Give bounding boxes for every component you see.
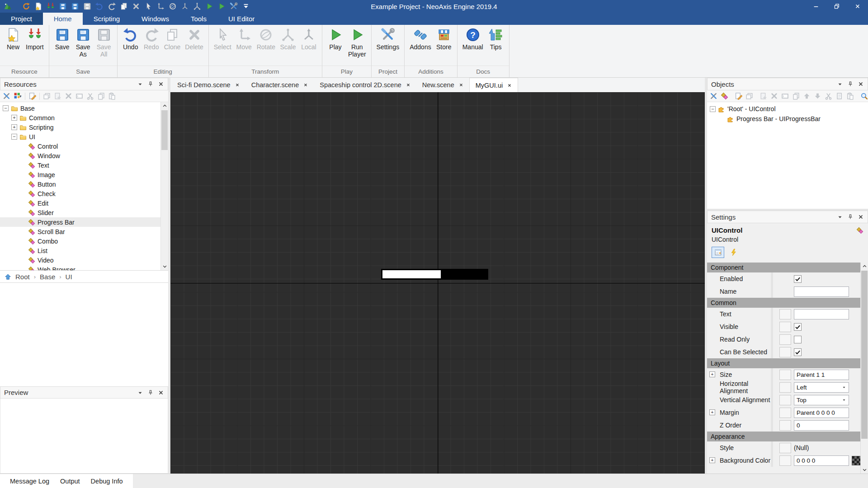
properties-tab[interactable]	[712, 247, 724, 258]
property-default-button[interactable]	[779, 382, 791, 393]
can-be-selected-checkbox[interactable]	[794, 348, 802, 356]
objects-pages-button[interactable]	[792, 92, 800, 100]
panel-menu-icon[interactable]	[137, 81, 143, 87]
tree-item-window[interactable]: Window	[0, 151, 168, 160]
app-logo-button[interactable]	[4, 2, 12, 10]
pin-icon[interactable]	[147, 81, 154, 87]
settings-button[interactable]: Settings	[374, 27, 402, 58]
addons-button[interactable]: Addons	[407, 27, 433, 58]
bottom-tab-debug-info[interactable]: Debug Info	[85, 474, 128, 488]
vertical-alignment-dropdown[interactable]: Top	[794, 395, 849, 405]
property-expander[interactable]: +	[709, 409, 715, 415]
tree-expander[interactable]: −	[3, 105, 9, 111]
close-icon[interactable]	[158, 81, 164, 87]
document-tab-character-scene[interactable]: Character.scene	[245, 78, 314, 92]
tree-item-combo[interactable]: Combo	[0, 236, 168, 246]
objects-ui-item-button[interactable]	[721, 92, 728, 100]
property-default-button[interactable]	[779, 395, 791, 405]
property-default-button[interactable]	[779, 370, 791, 380]
tree-item-web-browser[interactable]: Web Browser	[0, 265, 168, 270]
tree-item-scroll-bar[interactable]: Scroll Bar	[0, 227, 168, 236]
objects-window-icon-button[interactable]	[745, 92, 753, 100]
minimize-button[interactable]	[806, 0, 826, 13]
object-item-root-uicontrol[interactable]: −'Root' - UIControl	[707, 104, 868, 114]
property-default-button[interactable]	[779, 455, 791, 466]
floppy-button[interactable]	[71, 2, 79, 10]
save-as-button[interactable]: Save As	[73, 27, 94, 58]
enabled-checkbox[interactable]	[794, 275, 802, 283]
import-button[interactable]: Import	[24, 27, 46, 58]
objects-wrench-s-button[interactable]	[710, 92, 717, 100]
pin-icon[interactable]	[147, 389, 154, 396]
menu-tab-home[interactable]: Home	[43, 13, 83, 25]
tree-item-text[interactable]: Text	[0, 160, 168, 170]
tips-button[interactable]: Tips	[486, 27, 506, 58]
resources-edit-page-button[interactable]	[28, 92, 36, 100]
resources-page-star-button[interactable]	[54, 92, 61, 100]
objects-edit-page-button[interactable]	[735, 92, 742, 100]
tree-item-progress-bar[interactable]: Progress Bar	[0, 217, 168, 227]
document-tab-sci-fi-demo-scene[interactable]: Sci-fi Demo.scene	[171, 78, 245, 92]
undo-button[interactable]: Undo	[120, 27, 141, 58]
object-item-progress-bar-uiprogressbar[interactable]: Progress Bar - UIProgressBar	[707, 114, 868, 124]
visible-checkbox[interactable]	[794, 323, 802, 331]
resources-pages-button[interactable]	[97, 92, 105, 100]
objects-scissors-button[interactable]	[825, 92, 832, 100]
breadcrumb-item-base[interactable]: Base	[40, 273, 55, 281]
read-only-checkbox[interactable]	[794, 336, 802, 343]
close-icon[interactable]	[858, 214, 864, 220]
manual-button[interactable]: ?Manual	[460, 27, 486, 58]
caret-down-button[interactable]	[242, 2, 250, 10]
scroll-down-button[interactable]	[861, 466, 868, 474]
panel-menu-icon[interactable]	[137, 389, 143, 396]
style-value[interactable]: (Null)	[794, 444, 809, 451]
resources-window-icon-button[interactable]	[43, 92, 51, 100]
objects-rect-frame-button[interactable]	[781, 92, 789, 100]
events-tab[interactable]	[727, 247, 740, 258]
refresh-button[interactable]	[22, 2, 30, 10]
tab-close-icon[interactable]	[303, 83, 308, 87]
bottom-tab-output[interactable]: Output	[55, 474, 85, 488]
close-icon[interactable]	[858, 81, 864, 87]
tree-item-base[interactable]: −Base	[0, 103, 168, 113]
tab-close-icon[interactable]	[507, 83, 512, 88]
size-field[interactable]: Parent 1 1	[794, 370, 849, 380]
z-order-field[interactable]: 0	[794, 420, 849, 431]
tree-item-check[interactable]: Check	[0, 189, 168, 198]
resources-scissors-button[interactable]	[86, 92, 94, 100]
play-button[interactable]	[205, 2, 213, 10]
menu-tab-ui-editor[interactable]: UI Editor	[217, 13, 265, 25]
horizontal-alignment-dropdown[interactable]: Left	[794, 382, 849, 393]
scroll-up-button[interactable]	[861, 263, 868, 270]
play-button[interactable]: Play	[325, 27, 346, 58]
bottom-tab-message-log[interactable]: Message Log	[5, 474, 55, 488]
resources-rect-frame-button[interactable]	[75, 92, 83, 100]
objects-page-star-button[interactable]	[760, 92, 767, 100]
objects-magnifier-button[interactable]	[860, 92, 868, 100]
scroll-thumb[interactable]	[861, 271, 868, 439]
ui-editor-canvas[interactable]	[170, 92, 705, 474]
restore-button[interactable]	[826, 0, 847, 13]
panel-menu-icon[interactable]	[837, 214, 843, 220]
tree-expander[interactable]: −	[710, 106, 716, 112]
tree-expander[interactable]: +	[11, 115, 17, 121]
scroll-thumb[interactable]	[161, 110, 168, 150]
new-file-button[interactable]	[34, 2, 42, 10]
property-default-button[interactable]	[779, 347, 791, 357]
breadcrumb-item-ui[interactable]: UI	[66, 273, 72, 281]
tab-close-icon[interactable]	[235, 83, 240, 87]
tree-item-edit[interactable]: Edit	[0, 198, 168, 208]
store-button[interactable]: Store	[434, 27, 454, 58]
pin-icon[interactable]	[847, 81, 854, 87]
breadcrumb-item-root[interactable]: Root	[15, 273, 30, 281]
margin-field[interactable]: Parent 0 0 0 0	[794, 408, 849, 418]
resources-shapes-dd-button[interactable]: ▾	[14, 92, 22, 100]
objects-paste-button[interactable]	[846, 92, 854, 100]
pin-icon[interactable]	[847, 214, 854, 220]
tree-item-video[interactable]: Video	[0, 255, 168, 265]
property-default-button[interactable]	[779, 420, 791, 431]
run-player-button[interactable]: Run Player	[346, 27, 368, 58]
tree-expander[interactable]: −	[11, 134, 17, 140]
tree-item-common[interactable]: +Common	[0, 113, 168, 122]
resources-paste-button[interactable]	[108, 92, 116, 100]
